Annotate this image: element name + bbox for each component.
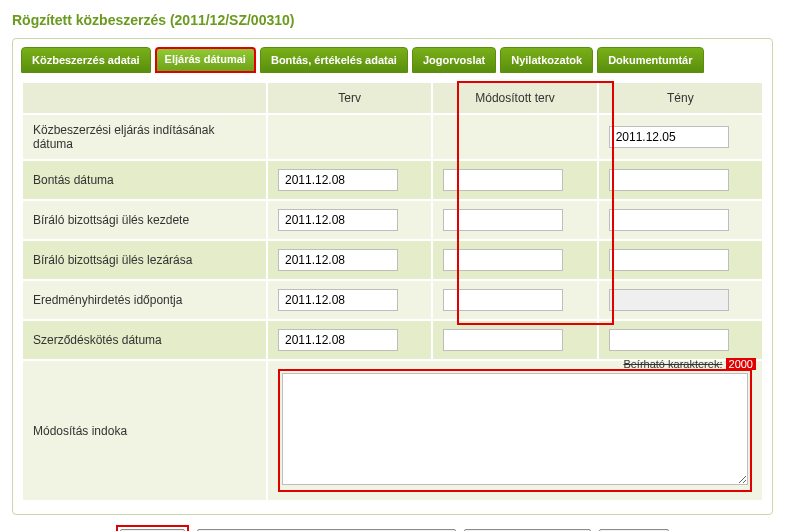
terv-input-szerzodes[interactable]	[278, 329, 398, 351]
save-highlight: Mentés	[116, 525, 189, 531]
form-panel: Közbeszerzés adatai Eljárás dátumai Bont…	[12, 38, 773, 515]
tab-eljaras-datumai[interactable]: Eljárás dátumai	[155, 47, 256, 73]
reason-label: Módosítás indoka	[23, 361, 266, 500]
reason-row: Módosítás indoka Beírható karakterek: 20…	[23, 361, 762, 500]
button-row: Mentés Tájékoztatás eredményhirdetés idő…	[12, 515, 773, 531]
col-header-terv: Terv	[268, 83, 431, 113]
row-label: Közbeszerzési eljárás indításának dátuma	[23, 115, 266, 159]
reason-textarea[interactable]	[282, 373, 748, 485]
page-title: Rögzített közbeszerzés (2011/12/SZ/00310…	[12, 8, 773, 38]
mod-input-szerzodes[interactable]	[443, 329, 563, 351]
tab-jogorvoslat[interactable]: Jogorvoslat	[412, 47, 496, 73]
table-row: Közbeszerzési eljárás indításának dátuma	[23, 115, 762, 159]
teny-input-inditas[interactable]	[609, 126, 729, 148]
char-counter: Beírható karakterek: 2000	[623, 358, 756, 370]
col-header-modositott: Módosított terv	[433, 83, 596, 113]
teny-input-biralo-kezdet[interactable]	[609, 209, 729, 231]
row-label: Bíráló bizottsági ülés kezdete	[23, 201, 266, 239]
col-header-teny: Tény	[599, 83, 762, 113]
table-row: Szerződéskötés dátuma	[23, 321, 762, 359]
terv-input-eredmeny[interactable]	[278, 289, 398, 311]
teny-input-biralo-lezaras[interactable]	[609, 249, 729, 271]
row-label: Bontás dátuma	[23, 161, 266, 199]
terv-input-biralo-lezaras[interactable]	[278, 249, 398, 271]
teny-input-eredmeny[interactable]	[609, 289, 729, 311]
col-header-empty	[23, 83, 266, 113]
tab-kozbeszerzes-adatai[interactable]: Közbeszerzés adatai	[21, 47, 151, 73]
row-label: Eredményhirdetés időpontja	[23, 281, 266, 319]
tabs: Közbeszerzés adatai Eljárás dátumai Bont…	[21, 47, 764, 73]
mod-input-bontas[interactable]	[443, 169, 563, 191]
table-row: Bontás dátuma	[23, 161, 762, 199]
row-label: Szerződéskötés dátuma	[23, 321, 266, 359]
tab-nyilatkozatok[interactable]: Nyilatkozatok	[500, 47, 593, 73]
table-row: Bíráló bizottsági ülés lezárása	[23, 241, 762, 279]
tab-dokumentumtar[interactable]: Dokumentumtár	[597, 47, 703, 73]
terv-input-bontas[interactable]	[278, 169, 398, 191]
mod-input-biralo-lezaras[interactable]	[443, 249, 563, 271]
dates-table: Terv Módosított terv Tény Közbeszerzési …	[21, 81, 764, 502]
teny-input-szerzodes[interactable]	[609, 329, 729, 351]
teny-input-bontas[interactable]	[609, 169, 729, 191]
tab-bontas-ertekeles[interactable]: Bontás, értékelés adatai	[260, 47, 408, 73]
row-label: Bíráló bizottsági ülés lezárása	[23, 241, 266, 279]
terv-input-biralo-kezdet[interactable]	[278, 209, 398, 231]
table-row: Eredményhirdetés időpontja	[23, 281, 762, 319]
mod-input-biralo-kezdet[interactable]	[443, 209, 563, 231]
mod-input-eredmeny[interactable]	[443, 289, 563, 311]
table-row: Bíráló bizottsági ülés kezdete	[23, 201, 762, 239]
